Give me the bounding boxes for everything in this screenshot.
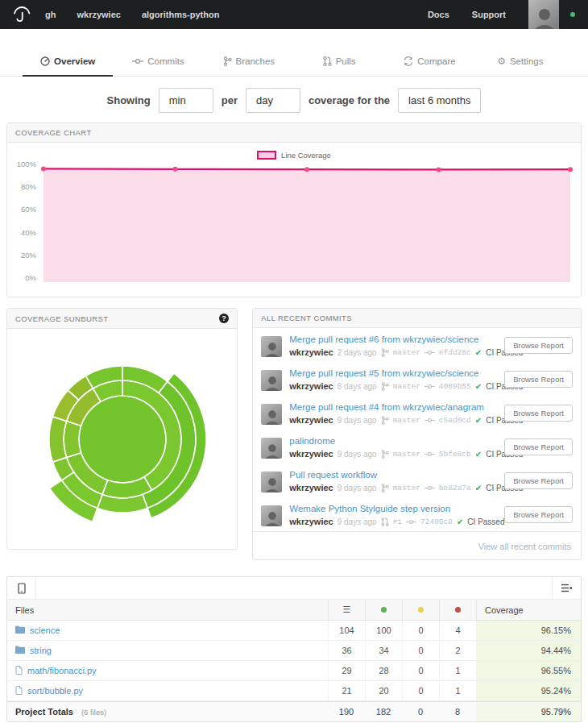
file-hits: 34 xyxy=(365,641,402,660)
commit-hash[interactable]: c5ad0cd xyxy=(439,416,471,425)
commit-title-link[interactable]: Pull request workflow xyxy=(289,470,498,480)
browse-report-button[interactable]: Browse Report xyxy=(504,371,573,388)
help-icon[interactable]: ? xyxy=(219,314,229,323)
tab-pulls[interactable]: Pulls xyxy=(294,46,384,76)
partials-dot[interactable] xyxy=(402,600,439,620)
commit-title-link[interactable]: Wemake Python Stylguide step version xyxy=(289,504,498,513)
commit-title-link[interactable]: Merge pull request #5 from wkrzywiec/sci… xyxy=(289,368,498,378)
commit-ref[interactable]: #1 xyxy=(393,517,402,526)
file-misses: 4 xyxy=(439,621,476,640)
commits-title: ALL RECENT COMMITS xyxy=(261,314,352,322)
commit-author[interactable]: wkrzywiec xyxy=(289,347,333,357)
list-options-icon[interactable] xyxy=(552,577,581,599)
tab-settings[interactable]: ⚙ Settings xyxy=(475,46,565,76)
file-row: string 36 34 0 2 94.44% xyxy=(7,641,581,661)
commit-icon xyxy=(424,383,435,390)
file-link[interactable]: math/fibonacci.py xyxy=(27,666,97,675)
file-lines: 21 xyxy=(328,681,365,700)
file-link[interactable]: sort/bubble.py xyxy=(27,686,83,696)
commit-title-link[interactable]: Merge pull request #6 from wkrzywiec/sci… xyxy=(289,334,498,344)
coverage-column-header[interactable]: Coverage xyxy=(476,600,581,620)
nav-link-provider[interactable]: gh xyxy=(45,10,56,19)
tab-label: Settings xyxy=(510,56,544,66)
online-status-dot xyxy=(570,12,575,17)
legend-swatch xyxy=(257,151,276,160)
totals-coverage: 95.79% xyxy=(476,702,581,721)
tablet-icon[interactable] xyxy=(7,577,36,599)
commit-ref[interactable]: master xyxy=(393,484,420,492)
view-all-commits-link[interactable]: View all recent commits xyxy=(478,542,571,551)
commit-hash[interactable]: 72406c8 xyxy=(420,517,453,526)
commit-icon xyxy=(406,518,416,526)
tab-compare[interactable]: Compare xyxy=(384,46,474,76)
range-select[interactable]: last 6 months xyxy=(398,88,481,113)
coverage-chart-header: COVERAGE CHART xyxy=(7,123,581,143)
tab-commits[interactable]: Commits xyxy=(113,46,203,76)
tab-branches[interactable]: Branches xyxy=(204,46,294,76)
file-row: science 104 100 0 4 96.15% xyxy=(7,621,581,641)
file-link[interactable]: string xyxy=(30,646,52,655)
branch-icon xyxy=(223,56,232,66)
commit-author[interactable]: wkrzywiec xyxy=(289,381,333,391)
browse-report-button[interactable]: Browse Report xyxy=(504,405,573,422)
commit-author[interactable]: wkrzywiec xyxy=(289,483,333,492)
commit-icon xyxy=(424,417,435,424)
nav-support-link[interactable]: Support xyxy=(472,10,506,19)
file-partials: 0 xyxy=(402,681,439,700)
file-row: sort/bubble.py 21 20 0 1 95.24% xyxy=(7,681,581,701)
file-rows: science 104 100 0 4 96.15% string 36 34 … xyxy=(7,621,581,701)
folder-icon xyxy=(15,646,25,655)
hits-dot[interactable] xyxy=(365,600,402,620)
file-coverage: 96.55% xyxy=(476,661,581,680)
commit-hash[interactable]: be82a7a xyxy=(439,484,471,492)
folder-icon xyxy=(15,625,25,635)
files-search-input[interactable] xyxy=(36,577,552,599)
browse-report-button[interactable]: Browse Report xyxy=(504,472,573,489)
browse-report-button[interactable]: Browse Report xyxy=(504,438,573,455)
commit-author[interactable]: wkrzywiec xyxy=(289,415,333,425)
commit-ref[interactable]: master xyxy=(393,348,420,357)
y-tick-label: 40% xyxy=(21,228,36,237)
check-icon: ✔ xyxy=(475,416,482,425)
totals-file-count: (6 files) xyxy=(81,708,106,717)
commit-author[interactable]: wkrzywiec xyxy=(289,449,333,459)
nav-docs-link[interactable]: Docs xyxy=(428,10,449,19)
misses-dot[interactable] xyxy=(439,600,476,620)
nav-link-owner[interactable]: wkrzywiec xyxy=(77,10,120,19)
browse-report-button[interactable]: Browse Report xyxy=(504,337,573,354)
files-column-header[interactable]: Files xyxy=(7,605,328,615)
aggregation-select[interactable]: min xyxy=(159,88,213,113)
commit-title-link[interactable]: palindrome xyxy=(289,436,498,446)
commit-author[interactable]: wkrzywiec xyxy=(289,517,333,526)
commit-row: Merge pull request #5 from wkrzywiec/sci… xyxy=(253,362,581,396)
commit-ref[interactable]: master xyxy=(393,416,420,425)
commit-list: Merge pull request #6 from wkrzywiec/sci… xyxy=(253,328,581,531)
unit-select[interactable]: day xyxy=(246,88,300,113)
check-icon: ✔ xyxy=(475,348,482,357)
commit-icon xyxy=(424,349,435,356)
tab-overview[interactable]: Overview xyxy=(23,46,113,76)
commit-ref[interactable]: master xyxy=(393,450,420,459)
chart-controls: Showing min per day coverage for the las… xyxy=(0,88,588,113)
avatar[interactable] xyxy=(528,0,559,29)
commit-row: palindrome wkrzywiec 9 days ago master 5… xyxy=(253,430,581,463)
y-tick-label: 0% xyxy=(25,273,36,282)
commit-title-link[interactable]: Merge pull request #4 from wkrzywiec/ana… xyxy=(289,402,498,412)
commit-time: 9 days ago xyxy=(337,517,377,526)
commit-hash[interactable]: 4089b55 xyxy=(439,382,471,391)
branch-icon xyxy=(381,416,389,425)
commit-hash[interactable]: 5bfe8cb xyxy=(439,450,471,459)
legend-label: Line Coverage xyxy=(281,151,331,160)
recent-commits-panel: ALL RECENT COMMITS Merge pull request #6… xyxy=(252,308,582,560)
y-tick-label: 80% xyxy=(21,182,36,191)
sunburst-chart[interactable] xyxy=(27,343,218,535)
nav-link-repo[interactable]: algorithms-python xyxy=(142,10,220,19)
file-link[interactable]: science xyxy=(30,625,60,635)
file-coverage: 94.44% xyxy=(476,641,581,660)
codecov-umbrella-logo[interactable] xyxy=(10,5,34,24)
gauge-icon xyxy=(40,56,50,66)
lines-icon[interactable]: ☰ xyxy=(328,600,365,620)
commit-hash[interactable]: efdd28c xyxy=(439,348,471,357)
browse-report-button[interactable]: Browse Report xyxy=(504,506,573,523)
commit-ref[interactable]: master xyxy=(393,382,420,391)
